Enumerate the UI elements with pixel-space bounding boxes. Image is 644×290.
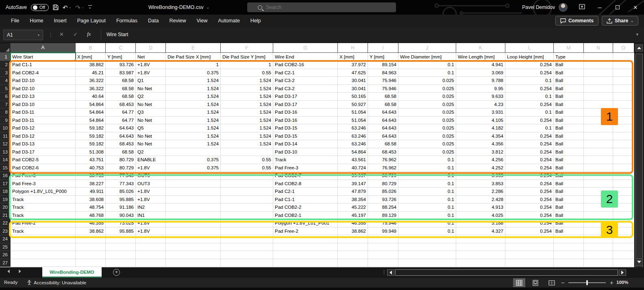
- cell-F8[interactable]: 1.524: [221, 108, 273, 117]
- cell-I21[interactable]: 89.129: [368, 212, 398, 220]
- cell-G10[interactable]: Pad D3-15: [273, 124, 338, 132]
- cell-A16[interactable]: Pad Free-3: [11, 172, 76, 180]
- cell-L25[interactable]: [505, 243, 554, 251]
- cell-B18[interactable]: 49.911: [76, 188, 106, 196]
- cell-G11[interactable]: Pad D3-15: [273, 132, 338, 141]
- cell-J3[interactable]: 0.1: [398, 69, 456, 77]
- cell-B14[interactable]: 43.751: [76, 156, 106, 164]
- cell-A13[interactable]: Pad D3-17: [11, 148, 76, 156]
- cell-F10[interactable]: 1.524: [221, 124, 273, 132]
- share-button[interactable]: Share ⌄: [602, 16, 638, 26]
- cell-O2[interactable]: [613, 61, 634, 69]
- cell-E6[interactable]: 1.524: [166, 93, 221, 101]
- undo-button[interactable]: ↶⌄: [63, 4, 71, 11]
- row-header-26[interactable]: 26: [0, 251, 11, 259]
- cell-H10[interactable]: 63.246: [338, 124, 368, 132]
- row-header-4[interactable]: 4: [0, 77, 11, 85]
- cell-N5[interactable]: [584, 85, 613, 93]
- cell-B25[interactable]: [76, 243, 106, 251]
- column-header-A[interactable]: A: [11, 43, 76, 53]
- cell-B11[interactable]: 59.182: [76, 132, 106, 141]
- cell-K20[interactable]: 4.913: [456, 203, 505, 212]
- cell-C7[interactable]: 68.453: [106, 101, 136, 109]
- cell-A23[interactable]: Track: [11, 227, 76, 236]
- select-all-corner[interactable]: [0, 43, 11, 53]
- cell-D26[interactable]: [136, 251, 166, 259]
- scroll-right-button[interactable]: [619, 269, 626, 276]
- cell-E15[interactable]: 0.375: [166, 164, 221, 172]
- cell-I14[interactable]: 76.962: [368, 156, 398, 164]
- cell-F9[interactable]: 1.524: [221, 117, 273, 125]
- cell-A19[interactable]: Track: [11, 196, 76, 204]
- cell-I2[interactable]: 89.154: [368, 61, 398, 69]
- cell-C9[interactable]: 64.77: [106, 117, 136, 125]
- cell-F11[interactable]: 1.524: [221, 132, 273, 141]
- cell-B10[interactable]: 59.182: [76, 124, 106, 132]
- cell-G17[interactable]: Pad COB2-8: [273, 180, 338, 188]
- normal-view-button[interactable]: [513, 278, 525, 287]
- cell-E17[interactable]: [166, 180, 221, 188]
- cell-I22[interactable]: 75.946: [368, 219, 398, 227]
- cell-B8[interactable]: 54.864: [76, 108, 106, 117]
- cell-J5[interactable]: 0.025: [398, 85, 456, 93]
- cell-C8[interactable]: 64.77: [106, 108, 136, 117]
- cell-E4[interactable]: 1.524: [166, 77, 221, 85]
- cell-B5[interactable]: 36.322: [76, 85, 106, 93]
- cell-L4[interactable]: 0.1: [505, 77, 554, 85]
- cell-C17[interactable]: 77.343: [106, 180, 136, 188]
- row-header-9[interactable]: 9: [0, 117, 11, 125]
- cell-E16[interactable]: [166, 172, 221, 180]
- cell-D21[interactable]: IN1: [136, 212, 166, 220]
- cell-J22[interactable]: 0.1: [398, 219, 456, 227]
- cell-C5[interactable]: 68.58: [106, 85, 136, 93]
- cell-J10[interactable]: 0.025: [398, 124, 456, 132]
- cell-J18[interactable]: 0.1: [398, 188, 456, 196]
- cell-F27[interactable]: [221, 259, 273, 267]
- cell-G7[interactable]: Pad D3-17: [273, 101, 338, 109]
- cell-J8[interactable]: 0.025: [398, 108, 456, 117]
- cell-A11[interactable]: Pad D3-12: [11, 132, 76, 141]
- cell-C1[interactable]: Y [mm]: [106, 53, 136, 61]
- cell-N1[interactable]: [584, 53, 613, 61]
- cell-D25[interactable]: [136, 243, 166, 251]
- cell-L24[interactable]: [505, 235, 554, 243]
- cell-F7[interactable]: 1.524: [221, 101, 273, 109]
- customize-quick-access-button[interactable]: ⌄: [88, 5, 92, 9]
- cell-H13[interactable]: 54.864: [338, 148, 368, 156]
- cell-F25[interactable]: [221, 243, 273, 251]
- cell-B6[interactable]: 40.64: [76, 93, 106, 101]
- zoom-slider-thumb[interactable]: [586, 280, 588, 285]
- row-header-12[interactable]: 12: [0, 140, 11, 148]
- cell-G14[interactable]: Track: [273, 156, 338, 164]
- cell-E25[interactable]: [166, 243, 221, 251]
- zoom-slider[interactable]: [568, 282, 606, 283]
- cell-N12[interactable]: [584, 140, 613, 148]
- zoom-out-button[interactable]: −: [561, 279, 564, 286]
- cell-M24[interactable]: [554, 235, 584, 243]
- cell-I1[interactable]: Y [mm]: [368, 53, 398, 61]
- cell-J11[interactable]: 0.025: [398, 132, 456, 141]
- cell-M8[interactable]: Ball: [554, 108, 584, 117]
- cell-O6[interactable]: [613, 93, 634, 101]
- scroll-up-button[interactable]: [635, 44, 643, 52]
- cell-O1[interactable]: [613, 53, 634, 61]
- cell-E8[interactable]: 1.524: [166, 108, 221, 117]
- cell-M27[interactable]: [554, 259, 584, 267]
- cell-J25[interactable]: [398, 243, 456, 251]
- row-header-23[interactable]: 23: [0, 227, 11, 236]
- cell-J4[interactable]: 0.025: [398, 77, 456, 85]
- row-header-1[interactable]: 1: [0, 53, 11, 61]
- cell-I20[interactable]: 88.254: [368, 203, 398, 212]
- cell-L20[interactable]: 0.254: [505, 203, 554, 212]
- cell-D2[interactable]: +1.8V: [136, 61, 166, 69]
- cell-L14[interactable]: 0.254: [505, 156, 554, 164]
- insert-function-icon[interactable]: fx: [87, 31, 91, 37]
- cell-O27[interactable]: [613, 259, 634, 267]
- cell-J2[interactable]: 0.1: [398, 61, 456, 69]
- cell-A21[interactable]: Track: [11, 212, 76, 220]
- cell-D18[interactable]: +1.8V: [136, 188, 166, 196]
- cell-C23[interactable]: 95.885: [106, 227, 136, 236]
- cell-H25[interactable]: [338, 243, 368, 251]
- zoom-in-button[interactable]: +: [610, 279, 613, 286]
- cell-M2[interactable]: Ball: [554, 61, 584, 69]
